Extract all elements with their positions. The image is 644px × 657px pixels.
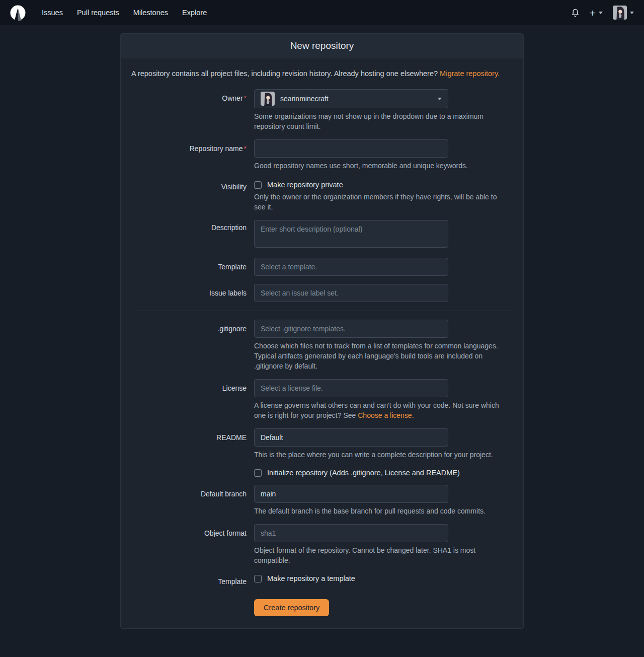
init-repo-checkbox-label: Initialize repository (Adds .gitignore, … <box>267 469 460 477</box>
readme-help: This is the place where you can write a … <box>254 450 506 460</box>
readme-group: README Default This is the place where y… <box>131 428 513 460</box>
intro-text: A repository contains all project files,… <box>131 68 513 79</box>
issue-labels-select[interactable]: Select an issue label set. <box>254 284 448 302</box>
submit-label-spacer <box>131 595 254 616</box>
readme-select[interactable]: Default <box>254 428 448 447</box>
template-select-label: Template <box>131 258 254 276</box>
chevron-down-icon <box>599 12 603 14</box>
license-placeholder: Select a license file. <box>261 384 323 392</box>
bell-icon <box>571 9 580 17</box>
repo-name-help: Good repository names use short, memorab… <box>254 161 506 171</box>
notifications-button[interactable] <box>571 9 580 17</box>
owner-label: Owner* <box>131 89 254 131</box>
migrate-repository-link[interactable]: Migrate repository. <box>440 69 500 78</box>
readme-value: Default <box>261 433 283 442</box>
visibility-label: Visibility <box>131 179 254 212</box>
template-checkbox-group: Template Make repository a template <box>131 573 513 587</box>
gitignore-group: .gitignore Select .gitignore templates. … <box>131 320 513 371</box>
init-repo-group: Initialize repository (Adds .gitignore, … <box>131 468 513 477</box>
top-navbar: Issues Pull requests Milestones Explore … <box>0 0 644 25</box>
chevron-down-icon <box>438 98 442 100</box>
gitignore-select[interactable]: Select .gitignore templates. <box>254 320 448 338</box>
gitignore-help: Choose which files not to track from a l… <box>254 341 506 371</box>
nav-item-explore[interactable]: Explore <box>175 0 214 25</box>
visibility-help: Only the owner or the organization membe… <box>254 192 506 212</box>
private-checkbox[interactable] <box>254 181 262 189</box>
template-checkbox-label: Make repository a template <box>267 574 355 582</box>
readme-label: README <box>131 428 254 460</box>
description-group: Description <box>131 220 513 250</box>
repo-name-label: Repository name* <box>131 139 254 171</box>
panel-body: A repository contains all project files,… <box>121 58 523 628</box>
repo-name-label-text: Repository name <box>190 144 243 153</box>
object-format-help: Object format of the repository. Cannot … <box>254 545 506 565</box>
nav-item-issues[interactable]: Issues <box>35 0 70 25</box>
user-menu-button[interactable] <box>613 6 634 20</box>
plus-icon: + <box>590 8 596 18</box>
owner-label-text: Owner <box>222 94 243 102</box>
init-repo-checkbox[interactable] <box>254 469 262 477</box>
create-repository-button[interactable]: Create repository <box>254 599 329 616</box>
license-select[interactable]: Select a license file. <box>254 379 448 397</box>
mountain-logo-icon <box>10 5 26 21</box>
license-label: License <box>131 379 254 420</box>
owner-avatar <box>261 92 275 106</box>
private-checkbox-row[interactable]: Make repository private <box>254 179 513 189</box>
issue-labels-placeholder: Select an issue label set. <box>261 289 339 297</box>
description-label: Description <box>131 220 254 250</box>
repo-name-group: Repository name* Good repository names u… <box>131 139 513 171</box>
gitignore-placeholder: Select .gitignore templates. <box>261 325 346 333</box>
object-format-label: Object format <box>131 524 254 565</box>
description-textarea[interactable] <box>254 220 448 248</box>
user-avatar <box>613 6 627 20</box>
chevron-down-icon <box>630 12 634 14</box>
template-select[interactable]: Select a template. <box>254 258 448 276</box>
template-checkbox-group-label: Template <box>131 573 254 587</box>
init-repo-label-spacer <box>131 468 254 477</box>
issue-labels-group: Issue labels Select an issue label set. <box>131 284 513 302</box>
default-branch-label: Default branch <box>131 485 254 516</box>
object-format-value: sha1 <box>261 529 276 537</box>
owner-group: Owner* searinminecraft Some organ <box>131 89 513 131</box>
private-checkbox-label: Make repository private <box>267 181 343 189</box>
license-help: A license governs what others can and ca… <box>254 400 506 420</box>
navbar-right: + <box>571 6 634 20</box>
template-select-placeholder: Select a template. <box>261 263 317 271</box>
license-group: License Select a license file. A license… <box>131 379 513 420</box>
nav-item-pull-requests[interactable]: Pull requests <box>70 0 126 25</box>
default-branch-input[interactable] <box>254 485 448 503</box>
object-format-group: Object format sha1 Object format of the … <box>131 524 513 565</box>
default-branch-help: The default branch is the base branch fo… <box>254 506 506 516</box>
owner-help: Some organizations may not show up in th… <box>254 111 506 131</box>
main-content: New repository A repository contains all… <box>0 33 644 629</box>
template-select-group: Template Select a template. <box>131 258 513 276</box>
required-asterisk: * <box>244 144 247 153</box>
choose-a-license-link[interactable]: Choose a license. <box>358 411 414 419</box>
repo-name-input[interactable] <box>254 139 448 158</box>
site-logo[interactable] <box>10 5 26 21</box>
object-format-select[interactable]: sha1 <box>254 524 448 542</box>
owner-dropdown[interactable]: searinminecraft <box>254 89 448 108</box>
intro-sentence: A repository contains all project files,… <box>131 69 438 78</box>
template-checkbox[interactable] <box>254 575 262 582</box>
default-branch-group: Default branch The default branch is the… <box>131 485 513 516</box>
section-divider <box>131 311 513 311</box>
panel-header: New repository <box>121 34 523 58</box>
init-repo-checkbox-row[interactable]: Initialize repository (Adds .gitignore, … <box>254 468 513 477</box>
gitignore-label: .gitignore <box>131 320 254 371</box>
nav-item-milestones[interactable]: Milestones <box>126 0 175 25</box>
page-title: New repository <box>128 40 516 51</box>
visibility-group: Visibility Make repository private Only … <box>131 179 513 212</box>
create-new-button[interactable]: + <box>590 8 603 18</box>
new-repository-panel: New repository A repository contains all… <box>120 33 524 629</box>
submit-group: Create repository <box>131 595 513 616</box>
required-asterisk: * <box>244 94 247 102</box>
issue-labels-label: Issue labels <box>131 284 254 302</box>
template-checkbox-row[interactable]: Make repository a template <box>254 573 513 582</box>
owner-value: searinminecraft <box>280 95 329 103</box>
